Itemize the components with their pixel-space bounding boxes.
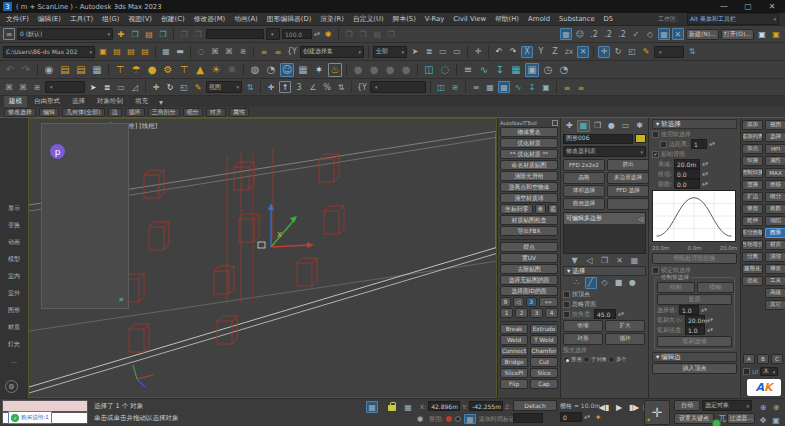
selection-center-icon[interactable]: ↑ [279,81,291,93]
left-tab-more[interactable]: ... [11,357,17,364]
brush-options-button[interactable]: 笔刷选项 [657,336,732,347]
use-soft-selection-checkbox[interactable] [652,131,659,138]
close-button[interactable]: ✕ [762,1,782,13]
redo-icon[interactable]: ↷ [507,46,519,58]
brush-size-spinner[interactable]: ▲▼ [707,318,713,322]
optimize-material2-button[interactable]: ** 优化材质 ** [500,149,558,159]
layer-explorer-icon[interactable]: ≡ [461,63,475,77]
axis-x-button[interactable]: X [521,46,533,58]
project-folder-dropdown[interactable]: C:\Users\86-ds Max 202▾ [3,46,95,58]
spinner-snap-icon[interactable]: ⇅ [335,81,347,93]
menu-group[interactable]: 组(G) [102,14,119,24]
ignore-backfacing-checkbox[interactable] [563,301,570,308]
tab-display-icon[interactable]: ▭ [619,120,632,132]
ribbon-panel-loops[interactable]: 循环 [125,108,145,117]
rotate-mode-icon[interactable]: ↻ [612,46,624,58]
menu-arnold[interactable]: Arnold [528,15,550,23]
slice-button[interactable]: Slice [530,368,558,378]
layers-stack-icon[interactable]: ❐ [129,28,141,40]
unlink2-icon[interactable]: ⌘ [17,81,29,93]
menu-civil-view[interactable]: Civil View [453,15,486,23]
normalize-button[interactable]: 规格化 [742,264,763,274]
move3-icon[interactable]: ✛ [265,81,277,93]
subdivide-button[interactable]: 细分 [765,192,785,202]
expand-panel-icon[interactable]: » [118,294,124,304]
key-filters-button[interactable]: 过滤器... [727,413,755,424]
bubble-field[interactable]: 0.0 [674,179,700,189]
select-faceid-button[interactable]: 选择面ID的面 [500,286,558,296]
layer-menu-icon[interactable]: ≡ [3,28,15,40]
left-tab-display[interactable]: 显示 [8,204,20,213]
ribbon-toggle-icon[interactable]: ▦ [498,81,510,93]
menu-vray[interactable]: V-Ray [425,15,444,23]
layer-tools-icon[interactable]: ❐ [178,28,190,40]
properties-button[interactable]: 属性 [765,156,785,166]
remove-maps-button[interactable]: 去除贴图 [500,264,558,274]
tab-create-icon[interactable]: ✚ [563,120,576,132]
curve-editor2-icon[interactable]: ∿ [512,81,524,93]
pin-stack-icon[interactable]: ▼ [569,255,581,265]
slot-b-button[interactable]: B [757,354,769,364]
selection-region-icon[interactable]: ◌ [195,46,207,58]
minimize-button[interactable]: — [714,1,734,13]
open-scene-button[interactable]: 打开(O)... [721,29,754,40]
extend-button[interactable]: 延伸 [742,216,763,226]
ribbon-panel-tris[interactable]: 三角剖分 [148,108,180,117]
check-tool-icon[interactable]: ✓ [630,28,642,40]
cone-tool-icon[interactable]: ▲ [193,63,207,77]
zoom-all-icon[interactable]: ⊕ [770,401,782,413]
ghost-tool4-icon[interactable]: ❐ [385,28,397,40]
fit-button[interactable]: 装数 [765,204,785,214]
material-button[interactable]: 材质 [765,240,785,250]
pinch-field[interactable]: 0.0 [674,169,700,179]
subobj-element-icon[interactable]: ● [627,277,639,289]
select-unmapped-faces-button[interactable]: 选择无贴图的面 [500,275,558,285]
globe-icon[interactable]: ◍ [248,63,262,77]
blur-button[interactable]: 模糊 [697,282,735,293]
revert-button[interactable]: 复原 [657,294,732,305]
ribbon-tab-freeform[interactable]: 自由形式 [29,96,65,107]
render-teapot-small-icon[interactable]: ☕ [272,46,284,58]
current-frame-field[interactable]: 0 [560,412,582,422]
named-sets-dropdown[interactable]: ▾ [370,81,426,93]
key-mode-icon[interactable]: ✦ [592,412,604,422]
subobj-polygon-icon[interactable]: ■ [613,277,625,289]
rename-objects-button[interactable]: 物体重名 [500,127,558,137]
ffd-select-button[interactable]: FFD 选择 [607,185,649,197]
axis-constraint-icon[interactable]: ✕ [577,46,589,58]
add-point-button[interactable]: 加点 [742,144,763,154]
record-dot-icon[interactable] [446,416,452,422]
poly-select-button[interactable]: 多边形选择 [607,172,649,184]
other-button[interactable]: 其它 [765,300,785,310]
maximize-button[interactable]: ▢ [738,1,758,13]
select-layer-objects-icon[interactable]: ❐ [157,28,169,40]
render-teapot2-icon[interactable]: ☕ [561,81,573,93]
pivot-tool-icon[interactable]: ☺ [574,28,586,40]
selection-filter-dropdown[interactable]: 全部▾ [373,46,407,58]
soft-selection-rollout-header[interactable]: ▾软选择 [652,119,737,129]
bubble-spinner[interactable]: ▲▼ [702,182,708,186]
create-selection-set-dropdown[interactable]: 创建选择集▾ [300,46,364,58]
connect2-button[interactable]: 连接 [742,180,763,190]
target-weld-button[interactable]: T Weld [530,335,558,345]
percent-snap-icon[interactable]: % [321,81,333,93]
shrink-button[interactable]: 收缩 [563,320,603,332]
film-icon[interactable]: ▦ [90,63,104,77]
placement-icon[interactable]: ✎ [192,81,204,93]
stray-points-button[interactable]: 游离点和空物体 [500,182,558,192]
tool-arrow-button[interactable]: ◁ [513,297,524,307]
scene-explorer-icon[interactable]: ≡ [470,81,482,93]
edge-distance-spinner[interactable]: ▲▼ [709,142,715,146]
id-1-button[interactable]: 1 [500,308,513,318]
break-button[interactable]: Break [500,324,528,334]
select-button[interactable]: 选择 [765,132,785,142]
brush-size-field[interactable]: 20.0m [685,315,705,325]
ghost-tool2-icon[interactable]: ❐ [357,28,369,40]
pie-icon[interactable]: ◔ [264,63,278,77]
dot2-icon[interactable]: .2 [588,28,600,40]
subobj-vertex-icon[interactable]: ∴ [571,277,583,289]
rotate2-icon[interactable]: ↻ [164,81,176,93]
percent-field[interactable]: 100.0 [282,29,312,39]
surface-select-button[interactable]: 曲面选择 [563,198,605,210]
axis-zx-button[interactable]: ZX [563,46,575,58]
